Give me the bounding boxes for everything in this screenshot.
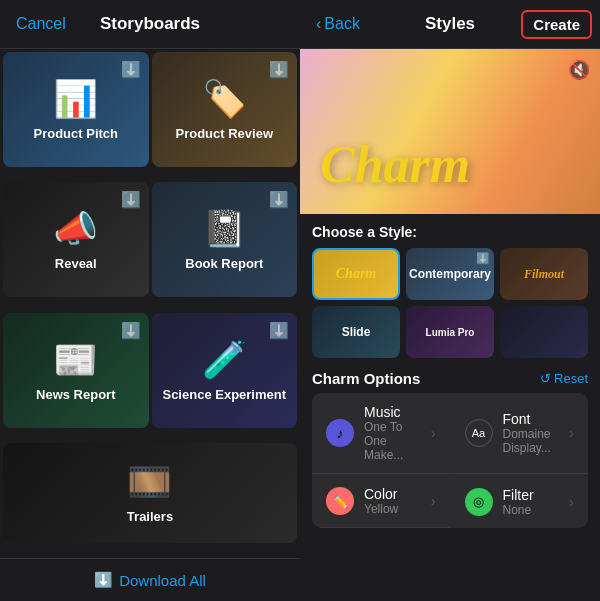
music-icon: ♪ bbox=[326, 419, 354, 447]
filmout-style-label: Filmout bbox=[524, 267, 564, 282]
left-header: Cancel Storyboards bbox=[0, 0, 300, 49]
cloud-download-icon: ⬇️ bbox=[476, 252, 490, 265]
font-arrow-icon: › bbox=[569, 425, 574, 441]
product-pitch-content: 📊 Product Pitch bbox=[33, 78, 118, 141]
right-header: ‹ Back Styles Create bbox=[300, 0, 600, 49]
options-list: ♪ Music One To One Make... › Aa Font Dom… bbox=[312, 393, 588, 528]
color-subtitle: Yellow bbox=[364, 502, 421, 516]
storyboard-grid: ⬇️ 📊 Product Pitch ⬇️ 🏷️ Product Review … bbox=[0, 49, 300, 558]
color-title: Color bbox=[364, 486, 421, 502]
grid-item-product-pitch[interactable]: ⬇️ 📊 Product Pitch bbox=[3, 52, 149, 167]
reset-label: Reset bbox=[554, 371, 588, 386]
style-item-lumiapro[interactable]: Lumia Pro bbox=[406, 306, 494, 358]
download-all-button[interactable]: ⬇️ Download All bbox=[94, 571, 206, 589]
right-panel: ‹ Back Styles Create 🔇 Charm Choose a St… bbox=[300, 0, 600, 601]
book-report-icon: 📓 bbox=[202, 208, 247, 250]
left-panel-title: Storyboards bbox=[100, 14, 200, 34]
science-label: Science Experiment bbox=[162, 387, 286, 402]
trailers-icon: 🎞️ bbox=[127, 461, 172, 503]
product-review-label: Product Review bbox=[175, 126, 273, 141]
color-option-text: Color Yellow bbox=[364, 486, 421, 516]
download-icon: ⬇️ bbox=[94, 571, 113, 589]
filter-icon: ◎ bbox=[465, 488, 493, 516]
news-report-content: 📰 News Report bbox=[36, 339, 115, 402]
book-report-content: 📓 Book Report bbox=[185, 208, 263, 271]
science-icon: 🧪 bbox=[202, 339, 247, 381]
style-grid: Charm ⬇️ Contemporary Filmout Slide Lumi… bbox=[312, 248, 588, 358]
style-item-extra[interactable] bbox=[500, 306, 588, 358]
font-option[interactable]: Aa Font Domaine Display... › bbox=[451, 393, 589, 474]
reveal-label: Reveal bbox=[55, 256, 97, 271]
font-subtitle: Domaine Display... bbox=[503, 427, 560, 455]
book-report-label: Book Report bbox=[185, 256, 263, 271]
product-pitch-label: Product Pitch bbox=[33, 126, 118, 141]
cloud-download-icon: ⬇️ bbox=[121, 190, 141, 209]
style-preview: 🔇 Charm bbox=[300, 49, 600, 214]
font-icon: Aa bbox=[465, 419, 493, 447]
charm-style-label: Charm bbox=[336, 266, 376, 282]
preview-style-title: Charm bbox=[320, 135, 470, 194]
trailers-content: 🎞️ Trailers bbox=[127, 461, 173, 524]
left-panel: Cancel Storyboards ⬇️ 📊 Product Pitch ⬇️… bbox=[0, 0, 300, 601]
product-review-icon: 🏷️ bbox=[202, 78, 247, 120]
music-subtitle: One To One Make... bbox=[364, 420, 421, 462]
charm-options-section: Charm Options ↺ Reset ♪ Music One To One… bbox=[300, 364, 600, 534]
mute-icon[interactable]: 🔇 bbox=[568, 59, 590, 81]
create-button[interactable]: Create bbox=[521, 10, 592, 39]
filter-subtitle: None bbox=[503, 503, 560, 517]
reset-button[interactable]: ↺ Reset bbox=[540, 371, 588, 386]
back-button[interactable]: ‹ Back bbox=[316, 15, 360, 33]
product-pitch-icon: 📊 bbox=[53, 78, 98, 120]
cloud-download-icon: ⬇️ bbox=[121, 60, 141, 79]
cloud-download-icon: ⬇️ bbox=[269, 321, 289, 340]
lumiapro-style-label: Lumia Pro bbox=[426, 327, 475, 338]
news-report-label: News Report bbox=[36, 387, 115, 402]
color-arrow-icon: › bbox=[431, 493, 436, 509]
science-content: 🧪 Science Experiment bbox=[162, 339, 286, 402]
choose-style-label: Choose a Style: bbox=[312, 224, 588, 240]
options-grid: ♪ Music One To One Make... › Aa Font Dom… bbox=[312, 393, 588, 528]
music-title: Music bbox=[364, 404, 421, 420]
grid-item-news-report[interactable]: ⬇️ 📰 News Report bbox=[3, 313, 149, 428]
style-item-contemporary[interactable]: ⬇️ Contemporary bbox=[406, 248, 494, 300]
cancel-button[interactable]: Cancel bbox=[16, 15, 66, 33]
grid-item-book-report[interactable]: ⬇️ 📓 Book Report bbox=[152, 182, 298, 297]
style-item-charm[interactable]: Charm bbox=[312, 248, 400, 300]
font-option-text: Font Domaine Display... bbox=[503, 411, 560, 455]
news-report-icon: 📰 bbox=[53, 339, 98, 381]
right-panel-title: Styles bbox=[425, 14, 475, 34]
choose-style-section: Choose a Style: Charm ⬇️ Contemporary Fi… bbox=[300, 214, 600, 364]
font-title: Font bbox=[503, 411, 560, 427]
download-all-label: Download All bbox=[119, 572, 206, 589]
music-option-text: Music One To One Make... bbox=[364, 404, 421, 462]
color-icon: ✏️ bbox=[326, 487, 354, 515]
back-label: Back bbox=[324, 15, 360, 33]
slide-style-label: Slide bbox=[342, 325, 371, 339]
charm-options-label: Charm Options bbox=[312, 370, 420, 387]
grid-item-science-experiment[interactable]: ⬇️ 🧪 Science Experiment bbox=[152, 313, 298, 428]
filter-arrow-icon: › bbox=[569, 494, 574, 510]
music-option[interactable]: ♪ Music One To One Make... › bbox=[312, 393, 450, 474]
trailers-label: Trailers bbox=[127, 509, 173, 524]
cloud-download-icon: ⬇️ bbox=[269, 60, 289, 79]
reveal-content: 📣 Reveal bbox=[53, 208, 98, 271]
left-footer: ⬇️ Download All bbox=[0, 558, 300, 601]
reset-icon: ↺ bbox=[540, 371, 551, 386]
style-item-filmout[interactable]: Filmout bbox=[500, 248, 588, 300]
chevron-left-icon: ‹ bbox=[316, 15, 321, 33]
cloud-download-icon: ⬇️ bbox=[269, 190, 289, 209]
contemporary-style-label: Contemporary bbox=[409, 267, 491, 281]
filter-option-text: Filter None bbox=[503, 487, 560, 517]
style-item-slide[interactable]: Slide bbox=[312, 306, 400, 358]
product-review-content: 🏷️ Product Review bbox=[175, 78, 273, 141]
charm-options-header: Charm Options ↺ Reset bbox=[312, 370, 588, 387]
grid-item-reveal[interactable]: ⬇️ 📣 Reveal bbox=[3, 182, 149, 297]
filter-option[interactable]: ◎ Filter None › bbox=[451, 475, 589, 528]
reveal-icon: 📣 bbox=[53, 208, 98, 250]
music-arrow-icon: › bbox=[431, 425, 436, 441]
grid-item-trailers[interactable]: 🎞️ Trailers bbox=[3, 443, 297, 543]
filter-title: Filter bbox=[503, 487, 560, 503]
grid-item-product-review[interactable]: ⬇️ 🏷️ Product Review bbox=[152, 52, 298, 167]
color-option[interactable]: ✏️ Color Yellow › bbox=[312, 475, 450, 528]
cloud-download-icon: ⬇️ bbox=[121, 321, 141, 340]
